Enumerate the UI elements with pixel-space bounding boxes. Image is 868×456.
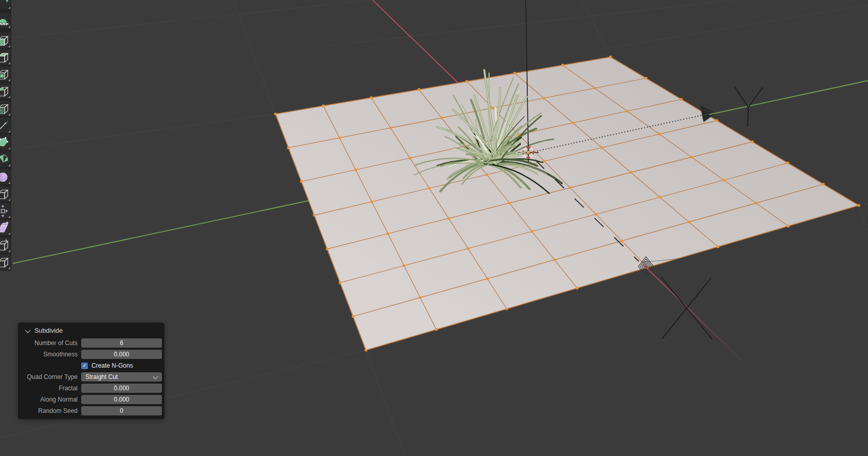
field-label: Smoothness xyxy=(20,351,78,358)
x-axis-line-bottom xyxy=(643,265,749,368)
field-label: Along Normal xyxy=(20,396,78,403)
tool-options-corner xyxy=(8,250,10,252)
tool-shrink-fatten-button[interactable] xyxy=(0,203,11,218)
tool-spin-button[interactable] xyxy=(0,151,11,167)
x-axis-line-top xyxy=(373,0,458,83)
tool-options-corner xyxy=(8,199,10,201)
panel-header[interactable]: Subdivide xyxy=(20,325,162,337)
field-along-normal[interactable]: 0.000 xyxy=(81,395,162,404)
axis-label-y xyxy=(734,86,763,126)
field-value: 0 xyxy=(120,407,123,414)
tool-options-corner xyxy=(8,113,10,116)
tool-options-corner xyxy=(8,79,10,81)
tool-rip-region-button[interactable] xyxy=(0,237,11,253)
y-axis-line-left xyxy=(13,201,308,263)
tool-smooth-button[interactable] xyxy=(0,169,11,184)
tool-options-corner xyxy=(8,147,10,149)
field-label: Number of Cuts xyxy=(20,339,78,347)
tool-measure-button[interactable] xyxy=(0,13,11,28)
tool-poly-build-button[interactable] xyxy=(0,135,11,150)
edit-mode-toolbar xyxy=(0,0,11,271)
collapse-chevron-icon xyxy=(25,327,30,333)
panel-row-number-of-cuts: Number of Cuts6 xyxy=(20,338,162,348)
panel-title: Subdivide xyxy=(34,327,63,334)
panel-row-create-n-gons: ✓Create N-Gons xyxy=(20,361,162,370)
field-label: Random Seed xyxy=(20,407,78,414)
tool-options-corner xyxy=(8,216,10,218)
tool-options-corner xyxy=(8,45,10,47)
checkbox-create-n-gons[interactable]: ✓ xyxy=(81,363,88,369)
axis-label-x xyxy=(661,277,712,339)
tool-rip-edge-button[interactable] xyxy=(0,254,11,270)
field-random-seed[interactable]: 0 xyxy=(81,406,162,415)
field-label: Quad Corner Type xyxy=(20,373,78,381)
field-number-of-cuts[interactable]: 6 xyxy=(81,338,162,348)
tool-shear-button[interactable] xyxy=(0,220,11,235)
y-axis-line-right xyxy=(709,81,868,115)
field-smoothness[interactable]: 0.000 xyxy=(81,350,162,359)
blender-3d-viewport-window: Subdivide Number of Cuts6Smoothness0.000… xyxy=(0,0,868,456)
edit-plane[interactable] xyxy=(274,56,860,352)
panel-row-smoothness: Smoothness0.000 xyxy=(20,350,162,359)
tool-bevel-button[interactable] xyxy=(0,83,11,99)
panel-row-along-normal: Along Normal0.000 xyxy=(20,395,162,404)
tool-options-corner xyxy=(8,7,10,9)
tool-options-corner xyxy=(8,182,10,184)
tool-options-corner xyxy=(8,26,10,28)
dropdown-chevron-icon xyxy=(153,374,158,379)
panel-row-fractal: Fractal0.000 xyxy=(20,384,162,393)
field-value: 0.000 xyxy=(114,351,129,358)
tool-add-cube-button[interactable] xyxy=(0,32,11,48)
panel-row-quad-corner-type: Quad Corner TypeStraight Cut xyxy=(20,372,162,382)
operator-panel-subdivide: Subdivide Number of Cuts6Smoothness0.000… xyxy=(18,322,164,419)
tool-options-corner xyxy=(8,233,10,235)
tool-annotate-button[interactable] xyxy=(0,0,11,9)
dropdown-quad-corner-type[interactable]: Straight Cut xyxy=(81,372,162,382)
tool-options-corner xyxy=(8,130,10,132)
tool-inset-faces-button[interactable] xyxy=(0,66,11,82)
field-label: Fractal xyxy=(20,385,78,392)
tool-options-corner xyxy=(8,62,10,64)
tool-loop-cut-button[interactable] xyxy=(0,101,11,116)
field-value: 0.000 xyxy=(114,396,129,403)
panel-row-random-seed: Random Seed0 xyxy=(20,406,162,415)
tool-extrude-region-button[interactable] xyxy=(0,49,11,65)
tool-edge-slide-button[interactable] xyxy=(0,186,11,201)
field-value: 0.000 xyxy=(114,385,129,392)
field-value: 6 xyxy=(120,339,123,347)
field-value: Straight Cut xyxy=(85,373,118,381)
field-fractal[interactable]: 0.000 xyxy=(81,384,162,393)
tool-options-corner xyxy=(8,96,10,98)
tool-knife-button[interactable] xyxy=(0,118,11,133)
tool-options-corner xyxy=(8,164,10,166)
tool-options-corner xyxy=(8,267,10,269)
checkbox-label: Create N-Gons xyxy=(91,362,133,369)
